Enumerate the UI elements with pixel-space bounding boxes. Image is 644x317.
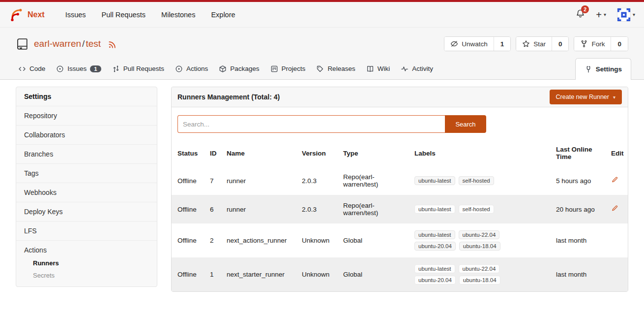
tab-wiki-label: Wiki [378, 65, 390, 72]
label-chip: self-hosted [459, 176, 494, 185]
fork-button[interactable]: Fork [574, 37, 611, 51]
label-chip: ubuntu-22.04 [459, 264, 500, 273]
runner-last-online: 20 hours ago [550, 195, 605, 223]
tab-activity[interactable]: Activity [395, 58, 439, 79]
col-name: Name [221, 140, 296, 166]
edit-runner-button[interactable] [611, 176, 618, 184]
fork-icon [580, 40, 588, 48]
create-menu-button[interactable]: + ▾ [596, 10, 606, 20]
tab-projects[interactable]: Projects [265, 58, 311, 79]
git-pull-request-icon [112, 65, 120, 73]
runner-version: 2.0.3 [296, 166, 337, 195]
nav-milestones[interactable]: Milestones [153, 6, 203, 24]
col-last-online: Last Online Time [550, 140, 605, 166]
tab-issues[interactable]: Issues 1 [51, 58, 106, 79]
forgejo-logo [9, 7, 24, 22]
create-runner-button[interactable]: Create new Runner ▾ [550, 90, 622, 104]
tab-packages[interactable]: Packages [213, 58, 264, 79]
nav-issues[interactable]: Issues [58, 6, 94, 24]
user-menu-button[interactable]: ▾ [617, 8, 635, 22]
nav-pull-requests[interactable]: Pull Requests [94, 6, 153, 24]
runner-name: next_actions_runner [221, 223, 296, 257]
runner-status: Offline [172, 257, 204, 291]
repo-separator: / [82, 38, 85, 49]
tab-activity-label: Activity [412, 65, 433, 72]
runner-status: Offline [172, 195, 204, 223]
package-icon [219, 65, 227, 73]
label-chip: ubuntu-18.04 [459, 276, 500, 285]
runner-last-online: last month [550, 223, 605, 257]
repo-name-link[interactable]: test [86, 38, 101, 49]
repo-owner-link[interactable]: earl-warren [34, 38, 81, 49]
project-icon [270, 65, 278, 73]
eye-slash-icon [450, 40, 458, 48]
sidebar-item-secrets[interactable]: Secrets [16, 269, 157, 282]
sidebar-item-branches[interactable]: Branches [16, 144, 157, 163]
nav-explore[interactable]: Explore [203, 6, 243, 24]
table-row: Offline 7 runner 2.0.3 Repo(earl-warren/… [172, 166, 628, 195]
fork-label: Fork [591, 40, 605, 48]
runner-version: 2.0.3 [296, 195, 337, 223]
tag-icon [316, 65, 324, 73]
pencil-icon [611, 176, 618, 184]
col-status: Status [172, 140, 204, 166]
sidebar-item-collaborators[interactable]: Collaborators [16, 125, 157, 144]
unwatch-button[interactable]: Unwatch [444, 37, 494, 51]
label-chip: ubuntu-latest [414, 230, 455, 239]
table-header-row: Status ID Name Version Type Labels Last … [172, 140, 628, 166]
repo-header: earl-warren/test Unwatch [0, 28, 644, 58]
pencil-icon [611, 205, 618, 212]
home-link[interactable]: Next [9, 7, 45, 22]
forks-count[interactable]: 0 [611, 37, 628, 51]
runner-last-online: 5 hours ago [550, 166, 605, 195]
tab-wiki[interactable]: Wiki [361, 58, 396, 79]
sidebar-item-tags[interactable]: Tags [16, 163, 157, 183]
notifications-button[interactable]: 2 [576, 9, 585, 20]
table-row: Offline 2 next_actions_runner Unknown Gl… [172, 223, 628, 257]
runner-version: Unknown [296, 257, 337, 291]
sidebar-item-lfs[interactable]: LFS [16, 221, 157, 240]
search-button[interactable]: Search [445, 115, 486, 133]
label-chip: self-hosted [459, 205, 494, 214]
tab-releases[interactable]: Releases [311, 58, 360, 79]
search-input[interactable] [177, 115, 445, 133]
runner-id: 2 [204, 223, 221, 257]
edit-runner-button[interactable] [611, 205, 618, 212]
stars-count[interactable]: 0 [552, 37, 569, 51]
sidebar-item-actions[interactable]: Actions [16, 241, 157, 257]
settings-sidebar: Settings Repository Collaborators Branch… [16, 87, 157, 287]
tab-projects-label: Projects [282, 65, 306, 72]
tab-pull-requests[interactable]: Pull Requests [107, 58, 170, 79]
sidebar-item-runners[interactable]: Runners [16, 257, 157, 269]
runner-type: Global [337, 257, 409, 291]
sidebar-item-deploy-keys[interactable]: Deploy Keys [16, 202, 157, 221]
tab-actions[interactable]: Actions [170, 58, 213, 79]
issues-count-badge: 1 [90, 65, 101, 72]
tool-icon [585, 65, 592, 73]
sidebar-item-repository[interactable]: Repository [16, 106, 157, 125]
tab-code[interactable]: Code [13, 58, 51, 79]
top-navbar: Next Issues Pull Requests Milestones Exp… [0, 2, 644, 28]
rss-icon[interactable] [108, 39, 117, 49]
unwatch-label: Unwatch [462, 40, 488, 48]
watchers-count[interactable]: 1 [494, 37, 511, 51]
runner-labels: ubuntu-latest ubuntu-22.04 ubuntu-20.04 … [414, 264, 515, 285]
tab-code-label: Code [29, 65, 45, 72]
runner-name: runner [221, 195, 296, 223]
col-labels: Labels [409, 140, 550, 166]
runner-labels: ubuntu-latest self-hosted [414, 176, 515, 185]
col-version: Version [296, 140, 337, 166]
tab-issues-label: Issues [67, 65, 87, 72]
pulse-icon [401, 65, 409, 73]
runner-type: Global [337, 223, 409, 257]
runner-status: Offline [172, 223, 204, 257]
runner-name: next_starter_runner [221, 257, 296, 291]
tab-settings[interactable]: Settings [575, 58, 631, 80]
runner-id: 1 [204, 257, 221, 291]
caret-down-icon: ▾ [633, 12, 635, 17]
search-row: Search [172, 107, 628, 140]
sidebar-item-webhooks[interactable]: Webhooks [16, 183, 157, 202]
runner-id: 7 [204, 166, 221, 195]
watch-button-group: Unwatch 1 [444, 36, 511, 51]
star-button[interactable]: Star [516, 37, 552, 51]
